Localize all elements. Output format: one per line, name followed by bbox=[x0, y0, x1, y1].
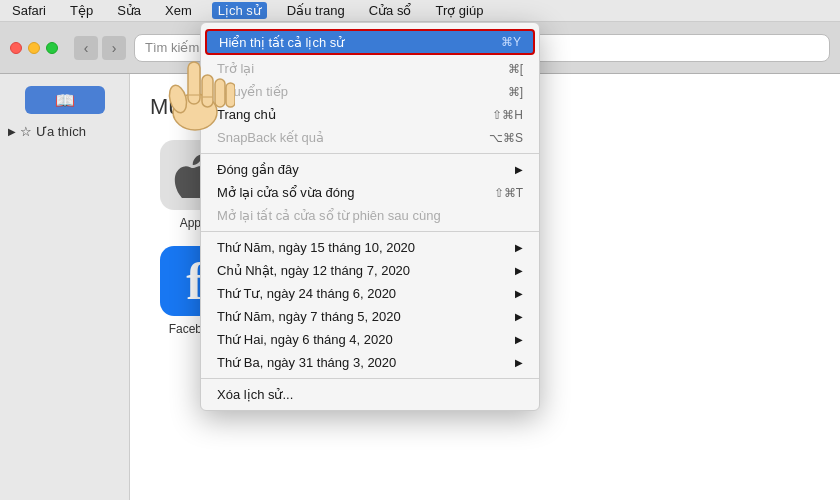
date-1-label: Thứ Năm, ngày 15 tháng 10, 2020 bbox=[217, 240, 415, 255]
arrow-icon-4: ▶ bbox=[515, 288, 523, 299]
recently-closed-label: Đóng gần đây bbox=[217, 162, 299, 177]
menu-item-show-all-history[interactable]: Hiển thị tất cả lịch sử ⌘Y bbox=[207, 31, 533, 53]
forward-shortcut: ⌘] bbox=[508, 85, 523, 99]
arrow-icon-3: ▶ bbox=[515, 265, 523, 276]
menu-item-home[interactable]: Trang chủ ⇧⌘H bbox=[201, 103, 539, 126]
menu-safari[interactable]: Safari bbox=[8, 3, 50, 18]
reopen-all-label: Mở lại tất cả cửa sổ từ phiên sau cùng bbox=[217, 208, 441, 223]
reopen-window-shortcut: ⇧⌘T bbox=[494, 186, 523, 200]
menu-item-reopen-all[interactable]: Mở lại tất cả cửa sổ từ phiên sau cùng bbox=[201, 204, 539, 227]
date-2-label: Chủ Nhật, ngày 12 tháng 7, 2020 bbox=[217, 263, 410, 278]
home-shortcut: ⇧⌘H bbox=[492, 108, 523, 122]
back-shortcut: ⌘[ bbox=[508, 62, 523, 76]
nav-buttons: ‹ › bbox=[74, 36, 126, 60]
sidebar-favorites-item[interactable]: ▶ ☆ Ưa thích bbox=[0, 118, 129, 145]
sidebar: 📖 ▶ ☆ Ưa thích bbox=[0, 74, 130, 500]
arrow-icon-2: ▶ bbox=[515, 242, 523, 253]
menu-item-date-2[interactable]: Chủ Nhật, ngày 12 tháng 7, 2020 ▶ bbox=[201, 259, 539, 282]
menu-dautrang[interactable]: Dấu trang bbox=[283, 3, 349, 18]
history-dropdown-menu[interactable]: Hiển thị tất cả lịch sử ⌘Y Trở lại ⌘[ Ch… bbox=[200, 22, 540, 411]
menu-item-date-1[interactable]: Thứ Năm, ngày 15 tháng 10, 2020 ▶ bbox=[201, 236, 539, 259]
show-all-history-label: Hiển thị tất cả lịch sử bbox=[219, 35, 344, 50]
clear-history-label: Xóa lịch sử... bbox=[217, 387, 293, 402]
menu-item-clear-history[interactable]: Xóa lịch sử... bbox=[201, 383, 539, 406]
menu-item-back[interactable]: Trở lại ⌘[ bbox=[201, 57, 539, 80]
date-6-label: Thứ Ba, ngày 31 tháng 3, 2020 bbox=[217, 355, 396, 370]
menu-sua[interactable]: Sửa bbox=[113, 3, 145, 18]
traffic-lights bbox=[10, 42, 58, 54]
expand-arrow-icon: ▶ bbox=[8, 126, 16, 137]
arrow-icon-7: ▶ bbox=[515, 357, 523, 368]
separator-1 bbox=[201, 153, 539, 154]
book-icon: 📖 bbox=[55, 91, 75, 110]
menu-trogiup[interactable]: Trợ giúp bbox=[431, 3, 487, 18]
fullscreen-button[interactable] bbox=[46, 42, 58, 54]
menu-bar: Safari Tệp Sửa Xem Lịch sử Dấu trang Cửa… bbox=[0, 0, 840, 22]
menu-item-recently-closed[interactable]: Đóng gần đây ▶ bbox=[201, 158, 539, 181]
forward-button[interactable]: › bbox=[102, 36, 126, 60]
minimize-button[interactable] bbox=[28, 42, 40, 54]
menu-item-reopen-window[interactable]: Mở lại cửa sổ vừa đóng ⇧⌘T bbox=[201, 181, 539, 204]
date-5-label: Thứ Hai, ngày 6 tháng 4, 2020 bbox=[217, 332, 393, 347]
menu-lichsu[interactable]: Lịch sử bbox=[212, 2, 267, 19]
star-icon: ☆ bbox=[20, 124, 32, 139]
separator-2 bbox=[201, 231, 539, 232]
menu-xem[interactable]: Xem bbox=[161, 3, 196, 18]
arrow-icon-6: ▶ bbox=[515, 334, 523, 345]
snapback-shortcut: ⌥⌘S bbox=[489, 131, 523, 145]
menu-item-date-5[interactable]: Thứ Hai, ngày 6 tháng 4, 2020 ▶ bbox=[201, 328, 539, 351]
browser-window: Safari Tệp Sửa Xem Lịch sử Dấu trang Cửa… bbox=[0, 0, 840, 500]
menu-cuaso[interactable]: Cửa sổ bbox=[365, 3, 416, 18]
menu-tep[interactable]: Tệp bbox=[66, 3, 97, 18]
sidebar-favorites-label: Ưa thích bbox=[36, 124, 86, 139]
home-label: Trang chủ bbox=[217, 107, 276, 122]
separator-3 bbox=[201, 378, 539, 379]
reopen-window-label: Mở lại cửa sổ vừa đóng bbox=[217, 185, 355, 200]
snapback-label: SnapBack kết quả bbox=[217, 130, 324, 145]
forward-label: Chuyển tiếp bbox=[217, 84, 288, 99]
arrow-icon-5: ▶ bbox=[515, 311, 523, 322]
back-button[interactable]: ‹ bbox=[74, 36, 98, 60]
menu-item-date-4[interactable]: Thứ Năm, ngày 7 tháng 5, 2020 ▶ bbox=[201, 305, 539, 328]
arrow-icon: ▶ bbox=[515, 164, 523, 175]
show-all-history-shortcut: ⌘Y bbox=[501, 35, 521, 49]
menu-item-date-3[interactable]: Thứ Tư, ngày 24 tháng 6, 2020 ▶ bbox=[201, 282, 539, 305]
menu-item-snapback[interactable]: SnapBack kết quả ⌥⌘S bbox=[201, 126, 539, 149]
close-button[interactable] bbox=[10, 42, 22, 54]
sidebar-reading-list-button[interactable]: 📖 bbox=[25, 86, 105, 114]
date-3-label: Thứ Tư, ngày 24 tháng 6, 2020 bbox=[217, 286, 396, 301]
menu-item-date-6[interactable]: Thứ Ba, ngày 31 tháng 3, 2020 ▶ bbox=[201, 351, 539, 374]
date-4-label: Thứ Năm, ngày 7 tháng 5, 2020 bbox=[217, 309, 401, 324]
menu-item-forward[interactable]: Chuyển tiếp ⌘] bbox=[201, 80, 539, 103]
back-label: Trở lại bbox=[217, 61, 254, 76]
